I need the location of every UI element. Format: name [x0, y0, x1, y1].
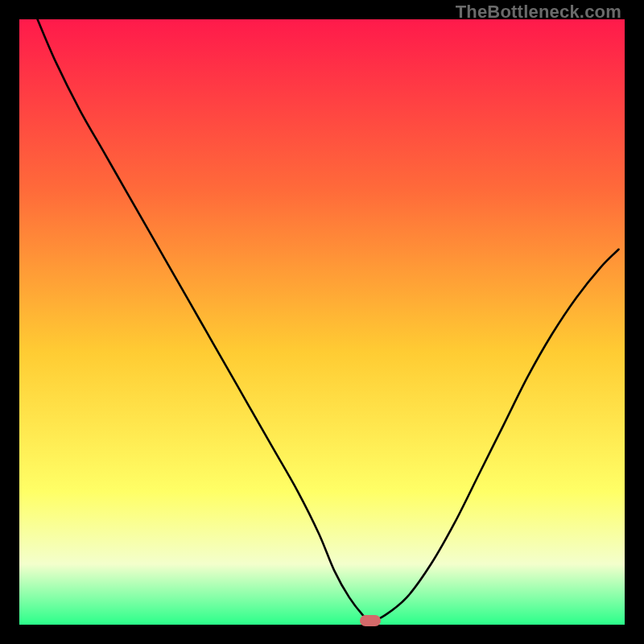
chart-frame	[19, 19, 625, 625]
gradient-background	[19, 19, 625, 625]
bottleneck-chart	[19, 19, 625, 625]
watermark-text: TheBottleneck.com	[456, 2, 621, 23]
optimal-point-marker	[360, 615, 381, 626]
